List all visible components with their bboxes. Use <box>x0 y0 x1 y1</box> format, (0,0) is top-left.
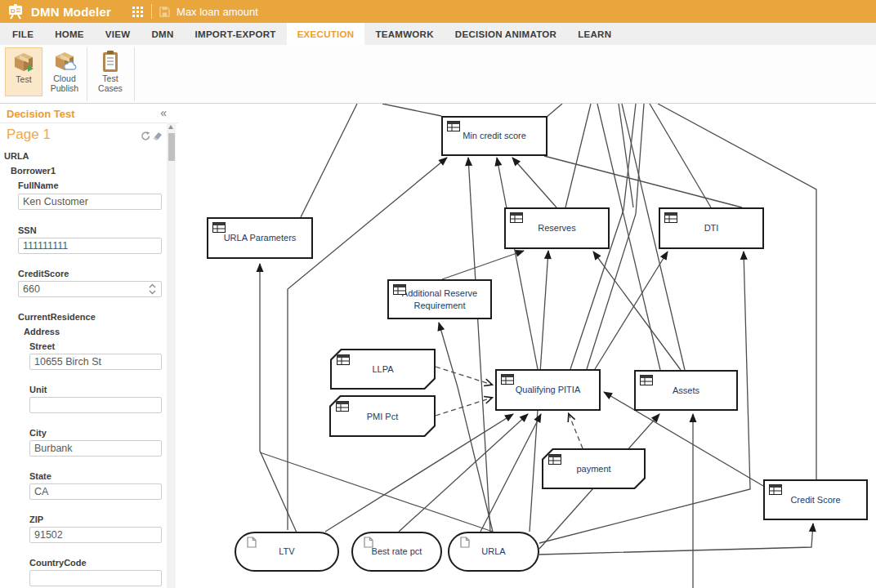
decision-table-icon <box>664 212 677 223</box>
countrycode-input[interactable] <box>29 570 162 586</box>
node-payment[interactable]: payment <box>542 448 646 489</box>
edge-qualifying_pitia-to-min_credit_score[interactable] <box>497 158 538 369</box>
svg-text:D: D <box>11 7 16 15</box>
field-label-creditscore: CreditScore <box>18 269 69 278</box>
node-urla-input[interactable]: URLA <box>448 532 539 572</box>
menubar: FILE HOME VIEW DMN IMPORT-EXPORT EXECUTI… <box>0 23 876 45</box>
test-button-label: Test <box>16 74 31 84</box>
menu-dmn[interactable]: DMN <box>141 23 184 45</box>
edge-credit_score-to-offscreen_top[interactable] <box>658 104 816 479</box>
edge-additional_reserve_requirement-to-reserves[interactable] <box>442 251 524 279</box>
node-label: Credit Score <box>790 494 840 506</box>
street-input[interactable] <box>29 354 162 370</box>
chevron-down-icon[interactable] <box>149 290 156 295</box>
page-title: Page 1 <box>7 127 51 143</box>
edge-min_credit_score-to-offscreen_top[interactable] <box>382 104 441 116</box>
titlebar-separator <box>151 4 152 19</box>
test-cases-button[interactable]: Test Cases <box>92 47 129 96</box>
menu-home[interactable]: HOME <box>44 23 95 45</box>
node-dti[interactable]: DTI <box>659 207 764 249</box>
group-label-urla: URLA <box>4 151 29 161</box>
save-icon[interactable] <box>159 7 170 17</box>
decision-table-icon <box>510 212 523 223</box>
node-label: PMI Pct <box>367 412 399 421</box>
scrollbar-thumb[interactable] <box>168 133 175 161</box>
node-label: LTV <box>279 546 294 557</box>
creditscore-input[interactable] <box>18 281 162 297</box>
group-label-currentresidence: CurrentResidence <box>18 312 96 322</box>
node-pmi-pct[interactable]: PMI Pct <box>329 395 436 437</box>
document-icon <box>364 537 373 548</box>
node-llpa[interactable]: LLPA <box>330 349 436 390</box>
titlebar: D DMN Modeler Max loan amount <box>0 0 876 23</box>
cloud-publish-button[interactable]: Cloud Publish <box>46 47 83 96</box>
node-label: Min credit score <box>463 130 526 141</box>
chevron-up-icon[interactable] <box>149 283 156 288</box>
zip-input[interactable] <box>29 527 162 543</box>
app-title: DMN Modeler <box>31 5 111 19</box>
node-label: payment <box>576 464 610 474</box>
eraser-icon[interactable] <box>154 132 163 140</box>
field-label-ssn: SSN <box>18 225 37 235</box>
edge-urla_input-to-credit_score[interactable] <box>539 523 813 555</box>
node-label: Additional Reserve Requirement <box>400 287 479 311</box>
city-input[interactable] <box>29 440 162 457</box>
menu-import-export[interactable]: IMPORT-EXPORT <box>185 23 287 45</box>
edge-urla_input-to-urla_parameters[interactable] <box>260 452 493 532</box>
node-label: DTI <box>704 222 719 234</box>
edge-min_credit_score-to-dti[interactable] <box>544 156 742 207</box>
panel-divider <box>0 122 178 123</box>
refresh-icon[interactable] <box>142 131 150 140</box>
decision-table-icon <box>640 375 653 385</box>
field-label-unit: Unit <box>29 385 47 394</box>
node-best-rate-pct[interactable]: Best rate pct <box>351 532 442 572</box>
cloud-publish-label: Cloud Publish <box>46 74 83 93</box>
menu-learn[interactable]: LEARN <box>567 23 622 45</box>
edge-llpa-to-qualifying_pitia[interactable] <box>436 367 492 385</box>
ssn-input[interactable] <box>18 238 162 254</box>
unit-input[interactable] <box>29 397 162 413</box>
field-label-city: City <box>29 428 47 438</box>
panel-scrollbar[interactable] <box>167 122 176 588</box>
dmn-logo-icon: D <box>7 2 25 20</box>
scrollbar-up-arrow[interactable] <box>168 125 173 129</box>
diagram-canvas[interactable]: Min credit score URLA Parameters Reserve… <box>178 104 876 588</box>
apps-grid-icon[interactable] <box>132 7 143 17</box>
node-reserves[interactable]: Reserves <box>504 207 610 249</box>
collapse-panel-icon[interactable]: « <box>160 106 167 119</box>
menu-decision-animator[interactable]: DECISION ANIMATOR <box>445 23 567 45</box>
menu-execution[interactable]: EXECUTION <box>287 23 365 45</box>
node-label: URLA <box>481 546 505 557</box>
edge-payment-to-qualifying_pitia[interactable] <box>569 414 583 448</box>
node-additional-reserve-requirement[interactable]: Additional Reserve Requirement <box>387 279 492 319</box>
edge-urla_parameters-to-offscreen_top[interactable] <box>301 104 357 217</box>
package-cloud-icon <box>52 49 77 74</box>
field-label-fullname: FullName <box>18 180 59 190</box>
node-assets[interactable]: Assets <box>634 370 738 411</box>
node-label: URLA Parameters <box>224 232 297 243</box>
node-qualifying-pitia[interactable]: Qualifying PITIA <box>495 369 601 411</box>
creditscore-stepper[interactable] <box>145 282 159 296</box>
menu-file[interactable]: FILE <box>2 23 44 45</box>
test-button[interactable]: Test <box>5 47 42 96</box>
edge-ltv-to-urla_parameters[interactable] <box>260 264 297 532</box>
group-label-borrower1: Borrower1 <box>11 166 56 176</box>
fullname-input[interactable] <box>18 194 162 210</box>
menu-teamwork[interactable]: TEAMWORK <box>364 23 444 45</box>
node-credit-score[interactable]: Credit Score <box>763 479 868 520</box>
menu-view[interactable]: VIEW <box>95 23 141 45</box>
edge-ltv-to-min_credit_score[interactable] <box>288 158 447 530</box>
node-urla-parameters[interactable]: URLA Parameters <box>207 217 313 259</box>
edge-min_credit_score-to-offscreen_top[interactable] <box>546 104 562 118</box>
decision-test-panel: Decision Test « Page 1 URLA Borrower1 Fu… <box>0 104 178 588</box>
state-input[interactable] <box>29 483 162 500</box>
node-ltv[interactable]: LTV <box>235 532 339 572</box>
decision-table-icon <box>548 454 561 465</box>
edge-reserves-to-offscreen_top[interactable] <box>565 104 591 207</box>
node-label: Best rate pct <box>372 546 422 557</box>
node-min-credit-score[interactable]: Min credit score <box>441 116 548 156</box>
decision-table-icon <box>212 222 226 233</box>
edge-reserves-to-min_credit_score[interactable] <box>512 158 556 207</box>
field-label-zip: ZIP <box>29 514 43 524</box>
edge-urla_input-to-qualifying_pitia[interactable] <box>480 414 541 532</box>
